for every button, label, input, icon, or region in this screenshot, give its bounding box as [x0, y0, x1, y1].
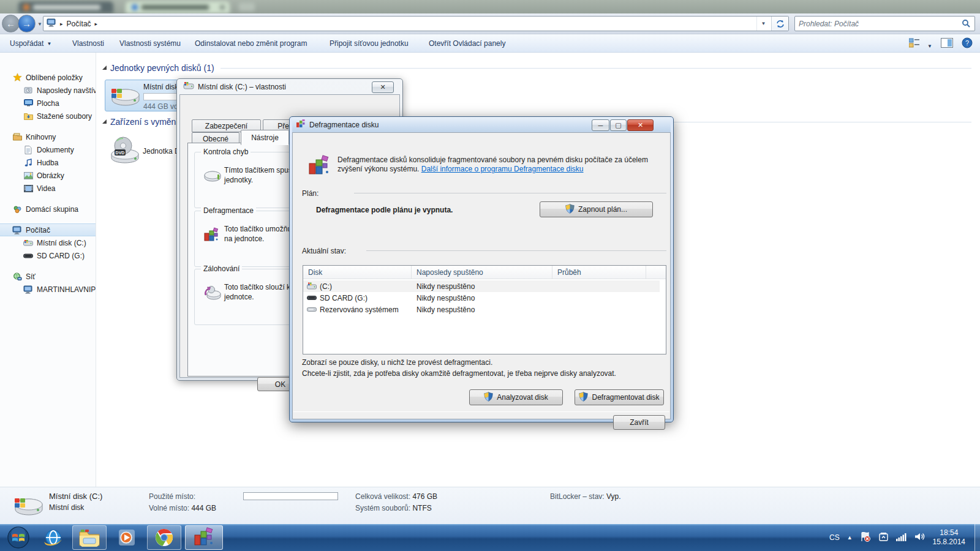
tab-close-icon[interactable]: [220, 5, 225, 10]
sidebar-item-network[interactable]: Síť: [0, 270, 96, 283]
sidebar-item-documents[interactable]: Dokumenty: [0, 143, 96, 156]
tab-favicon: [23, 4, 29, 10]
breadcrumb-chevron-icon[interactable]: ▸: [95, 21, 98, 27]
system-properties-command[interactable]: Vlastnosti systému: [113, 34, 187, 53]
plan-label: Plán:: [302, 189, 318, 198]
collapse-triangle-icon[interactable]: [102, 119, 107, 124]
close-dialog-button[interactable]: Zavřít: [613, 415, 665, 430]
collapse-triangle-icon[interactable]: [102, 66, 107, 70]
sidebar-item-computer[interactable]: Počítač: [0, 223, 96, 236]
history-dropdown-icon[interactable]: ▼: [37, 21, 42, 27]
check-disk-icon: [203, 168, 222, 185]
taskbar-media-player[interactable]: [111, 525, 142, 550]
properties-command[interactable]: Vlastnosti: [66, 34, 110, 53]
column-header-progress[interactable]: Průběh: [552, 266, 646, 279]
network-signal-icon[interactable]: [896, 533, 907, 543]
back-arrow-icon: ←: [2, 15, 19, 32]
hard-drive-icon-large: [109, 81, 141, 111]
address-bar[interactable]: ▸ Počítač ▸ ▼: [43, 16, 789, 31]
table-header: Disk Naposledy spuštěno Průběh: [303, 266, 666, 279]
sidebar-item-network-pc[interactable]: MARTINHLAVNIPC: [0, 283, 96, 296]
minimize-button[interactable]: ─: [592, 119, 609, 131]
enable-plan-button[interactable]: Zapnout plán...: [540, 201, 653, 217]
column-header-last-run[interactable]: Naposledy spuštěno: [412, 266, 552, 279]
properties-dialog-titlebar[interactable]: Místní disk (C:) – vlastnosti ✕: [179, 79, 400, 94]
breadcrumb-location[interactable]: Počítač: [67, 20, 91, 28]
navigation-pane: Oblíbené položky Naposledy navštívené Pl…: [0, 53, 96, 487]
note-line-2: Chcete-li zjistit, zda je potřeba disky …: [302, 369, 616, 378]
taskbar-internet-explorer[interactable]: [38, 525, 69, 550]
sidebar-item-recent-places[interactable]: Naposledy navštívené: [0, 84, 96, 97]
preview-pane-button[interactable]: [941, 38, 953, 50]
desktop-icon: [23, 99, 33, 108]
used-space-bar: [243, 492, 338, 500]
sidebar-item-desktop[interactable]: Plocha: [0, 97, 96, 110]
open-control-panel-command[interactable]: Otevřít Ovládací panely: [423, 34, 511, 53]
start-button[interactable]: [4, 525, 33, 550]
command-toolbar: Uspořádat▼ Vlastnosti Vlastnosti systému…: [0, 34, 980, 53]
new-tab-button[interactable]: [239, 2, 255, 11]
uac-shield-icon: [565, 204, 575, 216]
defrag-dialog-title: Defragmentace disku: [309, 121, 379, 129]
blurred-tab-title: [33, 5, 100, 10]
back-button[interactable]: ←: [2, 15, 20, 32]
column-header-disk[interactable]: Disk: [303, 266, 412, 279]
defragment-disk-button[interactable]: Defragmentovat disk: [575, 389, 664, 405]
uac-shield-icon: [484, 392, 493, 403]
help-icon[interactable]: ?: [962, 37, 973, 50]
background-browser-tab-active[interactable]: [126, 1, 230, 13]
map-network-drive-command[interactable]: Připojit síťovou jednotku: [323, 34, 415, 53]
recent-places-icon: [23, 86, 33, 96]
search-icon[interactable]: [962, 19, 971, 30]
svg-text:DVD: DVD: [116, 151, 125, 155]
language-indicator[interactable]: CS: [829, 533, 840, 542]
network-globe-icon: [12, 272, 22, 282]
action-center-icon[interactable]: [860, 532, 871, 544]
navigation-bar: ← → ▼ ▸ Počítač ▸ ▼: [0, 13, 980, 34]
close-button[interactable]: ✕: [627, 119, 654, 131]
document-icon: [23, 145, 33, 155]
sidebar-item-favorites[interactable]: Oblíbené položky: [0, 71, 96, 84]
defrag-dialog-titlebar[interactable]: Defragmentace disku ─ ▢ ✕: [292, 117, 671, 132]
refresh-button[interactable]: [771, 17, 788, 31]
search-box: [794, 16, 975, 31]
taskbar-clock[interactable]: 18:54 15.8.2014: [933, 528, 965, 547]
maximize-button[interactable]: ▢: [610, 119, 627, 131]
plan-status: Defragmentace podle plánu je vypnuta.: [316, 206, 453, 214]
forward-arrow-icon: →: [18, 15, 35, 32]
sidebar-item-libraries[interactable]: Knihovny: [0, 130, 96, 143]
taskbar-chrome[interactable]: [147, 525, 181, 550]
show-hidden-icons-icon[interactable]: ▲: [847, 534, 853, 541]
address-dropdown-icon[interactable]: ▼: [756, 17, 770, 31]
sidebar-item-homegroup[interactable]: Domácí skupina: [0, 203, 96, 216]
defrag-info-link[interactable]: Další informace o programu Defragmentace…: [421, 165, 584, 173]
organize-menu[interactable]: Uspořádat▼: [4, 34, 58, 53]
show-desktop-button[interactable]: [974, 524, 980, 551]
sidebar-item-local-disk-c[interactable]: Místní disk (C:): [0, 236, 96, 249]
analyze-disk-button[interactable]: Analyzovat disk: [469, 389, 563, 405]
windows-update-icon[interactable]: [878, 532, 889, 544]
sidebar-item-pictures[interactable]: Obrázky: [0, 169, 96, 182]
music-note-icon: [23, 158, 33, 168]
uninstall-program-command[interactable]: Odinstalovat nebo změnit program: [189, 34, 313, 53]
group-header-hard-disks[interactable]: Jednotky pevných disků (1): [102, 61, 975, 75]
table-row-c-drive[interactable]: (C:) Nikdy nespuštěno: [303, 280, 660, 292]
taskbar-defrag[interactable]: [185, 525, 223, 550]
search-input[interactable]: [799, 18, 955, 29]
close-button[interactable]: ✕: [372, 81, 394, 93]
tab-tools[interactable]: Nástroje: [241, 130, 289, 145]
hard-drive-icon: [307, 282, 317, 290]
sidebar-item-downloads[interactable]: Stažené soubory: [0, 110, 96, 122]
table-row-sd-card[interactable]: SD CARD (G:) Nikdy nespuštěno: [303, 292, 552, 304]
table-row-system-reserved[interactable]: Rezervováno systémem Nikdy nespuštěno: [303, 304, 552, 315]
system-tray: CS ▲ 18:54 15.8.2014: [829, 524, 969, 551]
sidebar-item-videos[interactable]: Videa: [0, 182, 96, 195]
status-drive-type: Místní disk: [49, 503, 84, 512]
sidebar-item-sd-card[interactable]: SD CARD (G:): [0, 249, 96, 262]
sidebar-item-music[interactable]: Hudba: [0, 156, 96, 169]
views-button[interactable]: ▼: [909, 38, 932, 50]
taskbar-windows-explorer[interactable]: [72, 525, 107, 550]
forward-button[interactable]: →: [18, 15, 36, 32]
background-browser-tab[interactable]: [18, 1, 113, 13]
volume-icon[interactable]: [914, 532, 925, 543]
